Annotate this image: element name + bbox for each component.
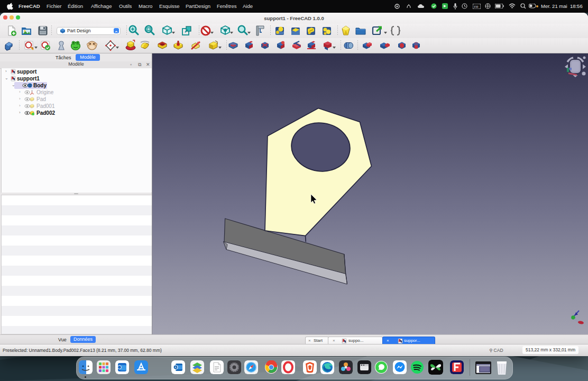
- svg-text:FR: FR: [474, 5, 479, 8]
